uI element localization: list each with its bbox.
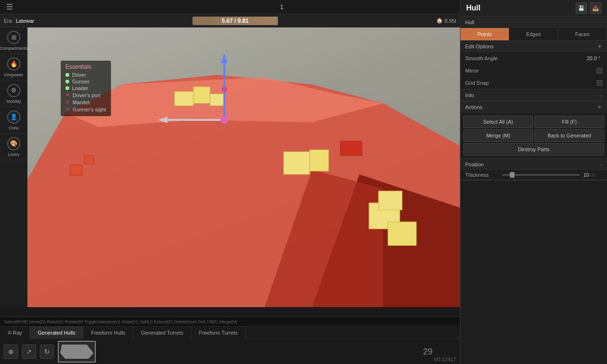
panel-save-button[interactable]: 💾 bbox=[576, 2, 587, 14]
page-number: 29 bbox=[423, 347, 432, 357]
actions-grid: Select All (A) Fill (F) Merge (M) Back t… bbox=[460, 113, 607, 158]
grid-snap-row: Grid Snap bbox=[460, 77, 607, 89]
sidebar-item-compartments[interactable]: ⊞ Compartments bbox=[0, 27, 28, 54]
compartments-icon: ⊞ bbox=[7, 31, 20, 44]
thickness-slider-thumb bbox=[510, 172, 515, 178]
mobility-icon: ⚙ bbox=[7, 84, 20, 97]
crew-icon: 👤 bbox=[7, 110, 20, 124]
svg-rect-10 bbox=[388, 222, 416, 246]
edit-options-title: Edit Options ▼ bbox=[460, 41, 607, 52]
panel-title: Hull bbox=[466, 4, 480, 12]
crew-item-drivers-port: ✕ Driver's port bbox=[65, 92, 106, 98]
livery-icon: 🎨 bbox=[7, 137, 20, 150]
viewport[interactable]: Essentials Driver Gunner Loader ✕ Driver… bbox=[28, 27, 460, 307]
bottom-controls: Select(RMB) Move(G) Raise(S) Rotate(R) T… bbox=[0, 317, 460, 364]
mirror-label: Mirror bbox=[465, 68, 597, 73]
svg-rect-12 bbox=[340, 141, 362, 155]
sidebar-item-firepower[interactable]: 🔥 Firepower bbox=[0, 54, 28, 81]
tab-freeform-hulls[interactable]: Freeform Hulls bbox=[83, 327, 133, 339]
thickness-label: Thickness bbox=[465, 172, 498, 178]
mirror-row: Mirror bbox=[460, 64, 607, 77]
era-label: Era bbox=[0, 18, 16, 24]
gunners-sight-status-dot: ✕ bbox=[65, 106, 70, 112]
smooth-angle-value: 20.0 ° bbox=[587, 55, 600, 61]
firepower-label: Firepower bbox=[4, 73, 23, 77]
thickness-value: 10 □□ bbox=[583, 172, 602, 178]
tab-freeform-turrets[interactable]: Freeform Turrets bbox=[191, 327, 246, 339]
mesh-tab-edges[interactable]: Edges bbox=[509, 28, 558, 40]
crew-label: Crew bbox=[9, 126, 18, 130]
fill-button[interactable]: Fill (F) bbox=[534, 116, 604, 128]
thickness-row: Thickness 10 □□ bbox=[460, 170, 607, 180]
smooth-angle-row: Smooth Angle 20.0 ° bbox=[460, 52, 607, 64]
svg-rect-7 bbox=[284, 152, 310, 174]
svg-rect-8 bbox=[310, 150, 329, 171]
sub-hull-section: Hull Points Edges Faces Edit Options ▼ S… bbox=[460, 17, 607, 181]
tab-generated-hulls[interactable]: Generated Hulls bbox=[30, 327, 84, 339]
essentials-panel: Essentials Driver Gunner Loader ✕ Driver… bbox=[61, 61, 111, 116]
loader-label: Loader bbox=[72, 85, 88, 91]
gunner-label: Gunner bbox=[72, 79, 90, 84]
grid-snap-label: Grid Snap bbox=[465, 80, 597, 86]
hull-preview-area: ⊕ ↗ ↻ 29 bbox=[0, 339, 460, 364]
back-to-generated-button[interactable]: Back to Generated bbox=[534, 129, 604, 142]
tab-generated-turrets[interactable]: Generated Turrets bbox=[133, 327, 191, 339]
compartments-label: Compartments bbox=[0, 46, 28, 51]
driver-label: Driver bbox=[72, 72, 86, 78]
sidebar-item-crew[interactable]: 👤 Crew bbox=[0, 107, 28, 134]
hull-thumb-shape bbox=[60, 345, 93, 359]
shortcuts-text: Select(RMB) Move(G) Raise(S) Rotate(R) T… bbox=[4, 319, 238, 324]
info-title: Info – bbox=[460, 90, 607, 101]
firepower-icon: 🔥 bbox=[7, 57, 20, 71]
tool-move[interactable]: ⊕ bbox=[4, 345, 18, 359]
position-section: Position – Thickness 10 □□ bbox=[460, 159, 607, 180]
era-bar: Era Latewar 5.67 / 9.81 🏠 8.95t bbox=[0, 14, 460, 27]
mesh-tab-points[interactable]: Points bbox=[460, 28, 509, 40]
gunner-status-dot bbox=[65, 80, 69, 83]
edit-options-section: Edit Options ▼ Smooth Angle 20.0 ° Mirro… bbox=[460, 41, 607, 90]
svg-point-19 bbox=[221, 116, 228, 124]
actions-title: Actions ▼ bbox=[460, 101, 607, 113]
svg-point-20 bbox=[221, 86, 227, 92]
mantlet-label: Mantlet bbox=[73, 100, 90, 105]
panel-title-bar: Hull 💾 📤 bbox=[460, 0, 607, 17]
panel-export-button[interactable]: 📤 bbox=[590, 2, 601, 14]
essentials-title: Essentials bbox=[65, 64, 106, 70]
info-section: Info – bbox=[460, 90, 607, 101]
crew-item-gunner: Gunner bbox=[65, 79, 106, 84]
livery-label: Livery bbox=[8, 152, 19, 157]
actions-section: Actions ▼ Select All (A) Fill (F) Merge … bbox=[460, 101, 607, 159]
left-sidebar: ⊞ Compartments 🔥 Firepower ⚙ Mobility 👤 … bbox=[0, 27, 28, 307]
svg-rect-6 bbox=[210, 94, 224, 106]
gunners-sight-label: Gunner's sight bbox=[73, 107, 106, 112]
drivers-port-status-dot: ✕ bbox=[65, 92, 70, 98]
crew-item-gunners-sight: ✕ Gunner's sight bbox=[65, 106, 106, 112]
crew-item-mantlet: ✕ Mantlet bbox=[65, 99, 106, 105]
grid-snap-checkbox[interactable] bbox=[597, 80, 602, 86]
tab-bar: X-Ray Generated Hulls Freeform Hulls Gen… bbox=[0, 327, 460, 339]
hull-thumbnail[interactable] bbox=[58, 341, 96, 363]
sidebar-item-mobility[interactable]: ⚙ Mobility bbox=[0, 81, 28, 107]
hamburger-menu[interactable]: ☰ bbox=[0, 0, 19, 14]
sub-hull-title: Hull bbox=[460, 17, 607, 28]
merge-button[interactable]: Merge (M) bbox=[463, 129, 533, 142]
position-title: Position – bbox=[460, 159, 607, 170]
svg-rect-4 bbox=[175, 91, 193, 106]
mesh-tab-faces[interactable]: Faces bbox=[558, 28, 607, 40]
mirror-checkbox[interactable] bbox=[597, 68, 602, 73]
tool-rotate[interactable]: ↗ bbox=[22, 345, 36, 359]
mobility-label: Mobility bbox=[7, 99, 21, 104]
select-all-button[interactable]: Select All (A) bbox=[463, 116, 533, 128]
loader-status-dot bbox=[65, 86, 69, 90]
destroy-parts-button[interactable]: Destroy Parts bbox=[463, 143, 604, 155]
thickness-slider[interactable] bbox=[502, 174, 579, 176]
sidebar-item-livery[interactable]: 🎨 Livery bbox=[0, 134, 28, 160]
tool-scale[interactable]: ↻ bbox=[40, 345, 54, 359]
right-panel: Hull 💾 📤 Hull Points Edges Faces Edit Op… bbox=[460, 0, 607, 364]
weight-icon: 🏠 bbox=[436, 18, 443, 24]
shortcut-bar: Select(RMB) Move(G) Raise(S) Rotate(R) T… bbox=[0, 317, 460, 327]
svg-rect-13 bbox=[70, 165, 82, 175]
tab-xray[interactable]: X-Ray bbox=[0, 327, 30, 339]
mantlet-status-dot: ✕ bbox=[65, 99, 70, 105]
drivers-port-label: Driver's port bbox=[73, 92, 101, 98]
